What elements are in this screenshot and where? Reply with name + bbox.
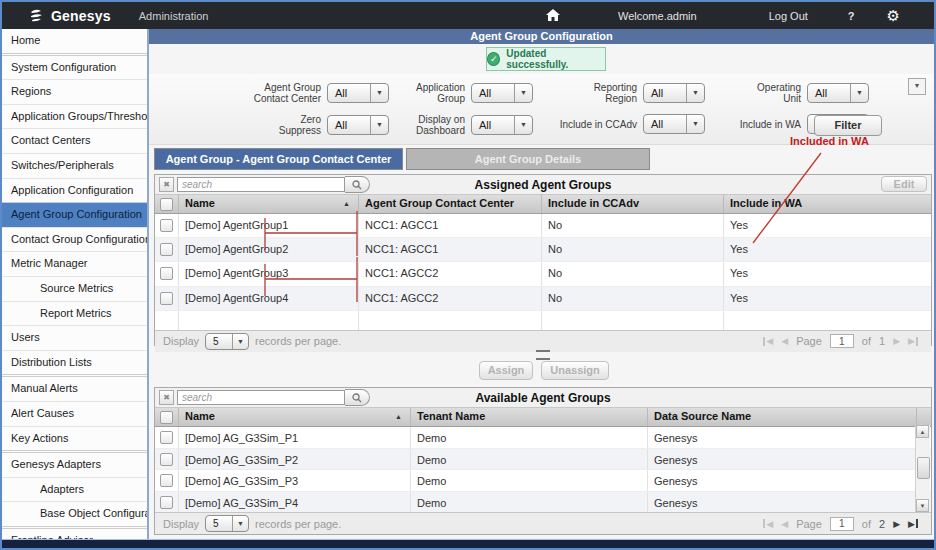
column-header-data-source-name[interactable]: Data Source Name bbox=[648, 408, 917, 426]
sidebar-item-alert-causes[interactable]: Alert Causes bbox=[2, 401, 147, 426]
help-link[interactable]: ? bbox=[848, 10, 855, 22]
table-row[interactable]: [Demo] AgentGroup1 NCC1: AGCC1 No Yes bbox=[155, 214, 931, 238]
filter-label: Agent GroupContact Center bbox=[241, 82, 321, 104]
sidebar-item-application-configuration[interactable]: Application Configuration bbox=[2, 178, 147, 203]
sidebar-item-frontline-advisor[interactable]: Frontline Advisor bbox=[2, 526, 147, 539]
sidebar-item-users[interactable]: Users bbox=[2, 325, 147, 350]
page-size-dropdown[interactable]: 5▼ bbox=[205, 515, 249, 532]
row-checkbox[interactable] bbox=[160, 243, 173, 256]
include-in-ccadv-dropdown[interactable]: All▼ bbox=[643, 114, 705, 134]
table-row[interactable]: [Demo] AgentGroup3 NCC1: AGCC2 No Yes bbox=[155, 262, 931, 286]
sidebar-item-switches-peripherals[interactable]: Switches/Peripherals bbox=[2, 153, 147, 178]
select-all-checkbox[interactable] bbox=[160, 411, 173, 424]
column-header-tenant-name[interactable]: Tenant Name bbox=[411, 408, 648, 426]
prev-page-icon[interactable]: ◀ bbox=[781, 519, 788, 529]
table-row[interactable]: [Demo] AgentGroup4 NCC1: AGCC2 No Yes bbox=[155, 287, 931, 311]
clear-search-icon[interactable]: ✖ bbox=[159, 177, 174, 192]
sidebar-item-genesys-adapters[interactable]: Genesys Adapters bbox=[2, 450, 147, 477]
page-label: Page bbox=[796, 335, 822, 347]
assign-button[interactable]: Assign bbox=[479, 361, 533, 380]
sidebar-item-system-configuration[interactable]: System Configuration bbox=[2, 53, 147, 80]
success-alert-text: Updated successfully. bbox=[506, 48, 605, 70]
display-on-dashboard-dropdown[interactable]: All▼ bbox=[471, 115, 533, 135]
unassign-button[interactable]: Unassign bbox=[541, 361, 609, 380]
prev-page-icon[interactable]: ◀ bbox=[781, 336, 788, 346]
row-checkbox[interactable] bbox=[160, 496, 173, 509]
available-search: ✖ bbox=[159, 389, 370, 406]
first-page-icon[interactable]: ◀ bbox=[762, 519, 773, 529]
reporting-region-dropdown[interactable]: All▼ bbox=[643, 83, 705, 103]
panel-resize-handle[interactable] bbox=[536, 350, 550, 360]
collapse-filters-button[interactable]: ▼ bbox=[908, 78, 926, 95]
sidebar-item-key-actions[interactable]: Key Actions bbox=[2, 426, 147, 451]
page-number-input[interactable] bbox=[830, 334, 854, 348]
table-row[interactable]: [Demo] AG_G3Sim_P1 Demo Genesys bbox=[155, 427, 931, 449]
logout-link[interactable]: Log Out bbox=[769, 10, 808, 22]
sidebar-item-application-groups-thresholds[interactable]: Application Groups/Thresholds bbox=[2, 104, 147, 129]
search-icon[interactable] bbox=[345, 176, 370, 193]
sidebar-item-agent-group-configuration[interactable]: Agent Group Configuration bbox=[2, 202, 147, 227]
scrollbar-thumb[interactable] bbox=[917, 457, 930, 479]
row-checkbox[interactable] bbox=[160, 219, 173, 232]
sidebar-item-source-metrics[interactable]: Source Metrics bbox=[2, 276, 147, 301]
column-header-include-ccadv[interactable]: Include in CCAdv bbox=[542, 195, 724, 213]
clear-search-icon[interactable]: ✖ bbox=[159, 390, 174, 405]
table-row[interactable]: [Demo] AG_G3Sim_P4 Demo Genesys bbox=[155, 492, 931, 514]
row-checkbox[interactable] bbox=[160, 267, 173, 280]
table-row[interactable]: [Demo] AG_G3Sim_P3 Demo Genesys bbox=[155, 470, 931, 492]
sidebar-item-home[interactable]: Home bbox=[2, 29, 147, 53]
assigned-table-header: Name▲ Agent Group Contact Center Include… bbox=[155, 195, 931, 214]
assigned-search-input[interactable] bbox=[177, 177, 345, 192]
table-row[interactable]: [Demo] AgentGroup2 NCC1: AGCC1 No Yes bbox=[155, 238, 931, 262]
last-page-icon[interactable]: ▶ bbox=[908, 336, 919, 346]
filter-button[interactable]: Filter bbox=[814, 115, 882, 136]
sidebar-item-regions[interactable]: Regions bbox=[2, 79, 147, 104]
row-checkbox[interactable] bbox=[160, 431, 173, 444]
page-number-input[interactable] bbox=[830, 517, 854, 531]
available-search-input[interactable] bbox=[177, 390, 345, 405]
agent-group-contact-center-dropdown[interactable]: All▼ bbox=[327, 83, 389, 103]
sidebar-item-adapters[interactable]: Adapters bbox=[2, 477, 147, 502]
column-header-name[interactable]: Name▲ bbox=[179, 408, 411, 426]
scroll-down-icon[interactable]: ▼ bbox=[916, 499, 929, 512]
application-group-dropdown[interactable]: All▼ bbox=[471, 83, 533, 103]
of-label: of bbox=[862, 335, 871, 347]
records-per-page-label: records per page. bbox=[255, 518, 341, 530]
sidebar-item-distribution-lists[interactable]: Distribution Lists bbox=[2, 350, 147, 375]
first-page-icon[interactable]: ◀ bbox=[762, 336, 773, 346]
filter-reporting-region: ReportingRegion All▼ bbox=[557, 82, 705, 104]
row-checkbox[interactable] bbox=[160, 453, 173, 466]
sidebar-item-base-object-configuration[interactable]: Base Object Configuration bbox=[2, 501, 147, 526]
table-row[interactable]: [Demo] AG_G3Sim_P2 Demo Genesys bbox=[155, 449, 931, 471]
success-check-icon: ✓ bbox=[487, 52, 500, 66]
sidebar-item-manual-alerts[interactable]: Manual Alerts bbox=[2, 374, 147, 401]
next-page-icon[interactable]: ▶ bbox=[893, 336, 900, 346]
column-header-agcc[interactable]: Agent Group Contact Center bbox=[359, 195, 542, 213]
zero-suppress-dropdown[interactable]: All▼ bbox=[327, 115, 389, 135]
select-all-checkbox[interactable] bbox=[160, 198, 173, 211]
row-checkbox[interactable] bbox=[160, 292, 173, 305]
edit-button[interactable]: Edit bbox=[881, 176, 927, 192]
scroll-up-icon[interactable]: ▲ bbox=[916, 425, 929, 438]
sidebar-item-contact-centers[interactable]: Contact Centers bbox=[2, 128, 147, 153]
column-header-include-wa[interactable]: Include in WA bbox=[724, 195, 931, 213]
sidebar-item-report-metrics[interactable]: Report Metrics bbox=[2, 301, 147, 326]
row-checkbox[interactable] bbox=[160, 474, 173, 487]
sidebar-item-metric-manager[interactable]: Metric Manager bbox=[2, 251, 147, 276]
sidebar-item-contact-group-configuration[interactable]: Contact Group Configuration bbox=[2, 227, 147, 252]
gear-icon[interactable]: ⚙ bbox=[887, 7, 900, 25]
select-all-checkbox-cell bbox=[155, 195, 179, 213]
last-page-icon[interactable]: ▶ bbox=[908, 519, 919, 529]
filter-label: OperatingUnit bbox=[721, 82, 801, 104]
available-agent-groups-panel: Available Agent Groups ✖ Name▲ Tenant Na… bbox=[154, 387, 932, 535]
operating-unit-dropdown[interactable]: All▼ bbox=[807, 83, 869, 103]
search-icon[interactable] bbox=[345, 389, 370, 406]
tab-agent-group-details[interactable]: Agent Group Details bbox=[406, 148, 650, 170]
home-icon[interactable] bbox=[546, 9, 560, 23]
tab-agent-group-contact-center[interactable]: Agent Group - Agent Group Contact Center bbox=[154, 148, 403, 170]
column-header-name[interactable]: Name▲ bbox=[179, 195, 359, 213]
vertical-scrollbar[interactable]: ▲ ▼ bbox=[915, 425, 930, 512]
filter-display-on-dashboard: Display onDashboard All▼ bbox=[385, 114, 533, 136]
next-page-icon[interactable]: ▶ bbox=[893, 519, 900, 529]
page-size-dropdown[interactable]: 5▼ bbox=[205, 333, 249, 350]
